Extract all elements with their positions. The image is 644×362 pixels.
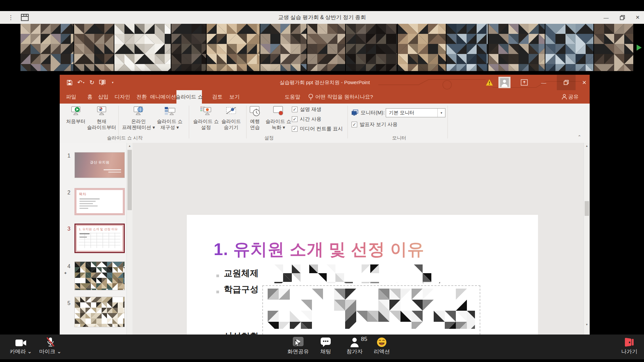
slide-thumbnail-2[interactable]: 목차 [74,188,125,215]
play-narrations-checkbox[interactable]: ✓ 설명 재생 [292,106,321,113]
account-avatar[interactable] [498,77,511,88]
tell-me-box[interactable]: 어떤 작업을 원하시나요? [315,90,373,104]
scroll-down-icon[interactable]: ▼ [584,321,590,328]
monitor-dropdown[interactable]: 기본 모니터 ▾ [386,108,445,117]
qat-customize-button[interactable]: ▾ [109,75,116,90]
chat-button[interactable]: 채팅 [314,335,337,355]
reactions-button[interactable]: 리액션 [369,335,394,355]
leave-button[interactable]: 나가기 [616,335,642,355]
slide-number: 2 [62,190,70,196]
scroll-up-icon[interactable]: ▲ [584,143,590,149]
participant-video-tile[interactable] [346,24,397,71]
tab-animations[interactable]: 애니메이션 [150,90,176,104]
ppt-restore-button[interactable] [557,75,576,90]
camera-label: 카메라 [10,349,26,354]
scroll-up-icon[interactable]: ▲ [127,143,132,149]
hide-slide-label: 슬라이드 숨기기 [217,118,246,130]
participant-video-tile[interactable] [594,24,633,71]
camera-button[interactable]: 카메라 ⌄ [7,335,35,355]
mic-muted-icon [36,335,64,347]
tab-file[interactable]: 파일 [62,90,80,104]
participant-video-tile[interactable] [260,24,307,71]
ppt-close-button[interactable]: ✕ [579,75,590,90]
monitor-label-row: 모니터(M): [351,109,385,116]
rehearse-timings-label: 예행 연습 [246,118,264,130]
slide-thumbnail-5[interactable] [74,297,125,327]
participant-video-tile[interactable] [307,24,345,71]
camera-chevron-icon[interactable]: ⌄ [28,349,32,354]
kebab-menu-icon[interactable]: ⋮ [7,12,14,22]
tab-design[interactable]: 디자인 [112,90,133,104]
app-minimize-button[interactable]: — [600,12,612,22]
gallery-view-icon[interactable] [21,14,29,21]
record-slideshow-button[interactable]: 슬라이드 쇼 녹화 ▾ [262,105,295,130]
editor-scrollbar-thumb[interactable] [585,201,589,216]
slide-number: 1 [62,153,70,159]
mic-button[interactable]: 마이크 ⌄ [36,335,64,355]
presenter-view-checkbox[interactable]: ✓ 발표자 보기 사용 [352,121,397,128]
thumbnail-scrollbar[interactable]: ▲ [126,143,132,335]
thumbnail-scrollbar-thumb[interactable] [127,150,132,210]
slide-thumbnail-3-selected[interactable]: 1. 유치원 소개 및 선정 이유 [74,224,125,253]
checkbox-icon: ✓ [352,122,357,127]
app-close-button[interactable]: ✕ [632,12,643,22]
use-timings-checkbox[interactable]: ✓ 시간 사용 [292,116,321,122]
ppt-window-title: 실습평가회 ppt 경산유치원 - PowerPoint [279,79,370,86]
custom-slideshow-button[interactable]: 슬라이드 쇼 재구성 ▾ [152,105,188,130]
participant-video-tile[interactable] [488,24,545,71]
meeting-title: 교생 실습 평가회 & 상반기 정기 종회 [278,14,366,21]
monitor-dropdown-arrow-icon[interactable]: ▾ [437,109,445,117]
tab-help[interactable]: 도움말 [282,90,303,104]
participant-video-tile[interactable] [171,24,206,71]
meeting-toolbar: 카메라 ⌄ 마이크 ⌄ 화면공유 채팅 참가자 85 리액션 [0,335,644,359]
show-media-controls-checkbox[interactable]: ✓ 미디어 컨트롤 표시 [292,126,343,132]
tab-transitions[interactable]: 전환 [133,90,150,104]
monitor-group-label: 모니터 [392,135,406,141]
participant-video-tile[interactable] [207,24,260,71]
screen-share-button[interactable]: 화면공유 [285,335,312,355]
participant-video-tile[interactable] [74,24,114,71]
participant-video-tile[interactable] [20,24,73,71]
tab-insert[interactable]: 삽입 [95,90,112,104]
slide-canvas[interactable]: 1. 유치원 소개 및 선정 이유 교원체제 학급구성 시설현황 [187,215,538,335]
qat-slideshow-button[interactable] [97,75,107,90]
hide-slide-button[interactable]: 슬라이드 숨기기 [217,105,246,130]
share-person-icon [561,94,567,100]
slide-bullet-3: 시설현황 [224,330,259,335]
mouse-cursor [295,340,300,347]
participant-video-tile[interactable] [545,24,593,71]
tab-review[interactable]: 검토 [209,90,226,104]
participant-video-tile[interactable] [398,24,446,71]
thumb1-title: 경산 유치원 [75,160,124,165]
thumb2-title: 목차 [79,192,86,197]
participant-video-tile[interactable] [114,24,171,71]
redo-button[interactable]: ↻ [88,75,96,90]
tab-slideshow[interactable]: 슬라이드 쇼 [176,90,202,104]
participants-button[interactable]: 참가자 85 [340,335,369,355]
ppt-content-area: 1 경산 유치원 2 목차 3 1. 유치원 소개 및 선정 이유 [60,143,590,335]
tell-me-bulb-icon [308,94,314,101]
from-current-slide-button[interactable]: 현재 슬라이드부터 [83,105,120,130]
slide-thumbnail-4[interactable] [74,261,125,290]
meeting-app-titlebar: ⋮ 교생 실습 평가회 & 상반기 정기 종회 — ✕ [0,11,644,24]
slide-thumbnail-1[interactable]: 경산 유치원 [74,152,125,178]
strip-next-arrow-icon[interactable] [637,45,642,51]
from-current-slide-icon [83,105,120,118]
undo-button[interactable]: ↶▾ [75,75,87,90]
camera-icon [7,335,35,347]
collapse-ribbon-button[interactable]: ⌃ [578,134,581,139]
save-button[interactable] [65,75,74,90]
tab-view[interactable]: 보기 [226,90,243,104]
ppt-minimize-button[interactable]: — [538,75,549,90]
ribbon-separator [118,106,119,138]
ribbon-separator [189,106,189,138]
editor-scrollbar[interactable]: ▲ ▼ [584,143,590,335]
ribbon-display-options-button[interactable] [521,79,528,86]
upload-warning-icon[interactable] [486,79,493,86]
participant-video-tile[interactable] [446,24,488,71]
rehearse-timings-button[interactable]: 예행 연습 [246,105,264,130]
app-restore-button[interactable] [616,12,628,22]
check-icon: ✓ [293,117,297,122]
share-button[interactable]: 공유 [568,90,579,104]
mic-chevron-icon[interactable]: ⌄ [57,349,61,354]
